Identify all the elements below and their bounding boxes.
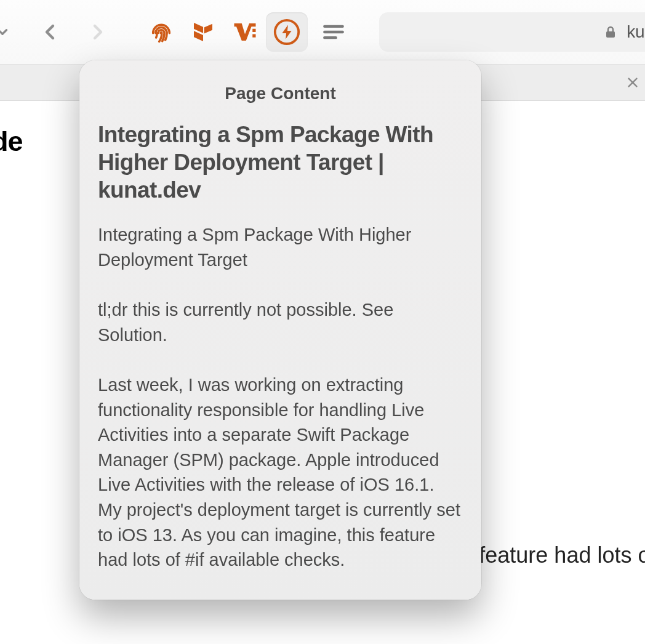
address-domain-text: kunat.d — [627, 22, 645, 42]
address-bar[interactable]: kunat.d — [379, 12, 645, 52]
chevron-left-icon — [38, 18, 62, 46]
forward-button[interactable] — [82, 17, 113, 47]
extension-fingerprint-button[interactable] — [140, 12, 182, 52]
reader-mode-button[interactable] — [313, 12, 355, 52]
fingerprint-icon — [149, 20, 174, 44]
chevron-right-icon — [86, 18, 110, 46]
tab-groups-dropdown[interactable] — [0, 17, 14, 47]
bolt-circle-icon — [273, 18, 301, 46]
popover-header: Page Content — [79, 60, 481, 121]
lock-icon — [603, 23, 618, 41]
extension-velja-button[interactable] — [224, 12, 266, 52]
popover-article-title: Integrating a Spm Package With Higher De… — [98, 121, 463, 204]
popover-article-text: Integrating a Spm Package With Higher De… — [98, 222, 463, 595]
parallels-icon — [191, 20, 215, 44]
svg-rect-4 — [606, 31, 615, 38]
page-content-popover: Page Content Integrating a Spm Package W… — [79, 60, 481, 600]
extension-bolt-button[interactable] — [266, 12, 308, 52]
chevron-down-icon — [0, 24, 10, 40]
close-icon — [626, 76, 639, 89]
back-button[interactable] — [34, 17, 65, 47]
browser-toolbar: kunat.d — [0, 0, 645, 64]
reader-lines-icon — [320, 18, 347, 46]
extension-parallels-button[interactable] — [182, 12, 224, 52]
popover-scroll-content[interactable]: Integrating a Spm Package With Higher De… — [79, 121, 481, 595]
tab-close-button[interactable] — [622, 71, 644, 94]
velja-v-icon — [232, 19, 258, 45]
